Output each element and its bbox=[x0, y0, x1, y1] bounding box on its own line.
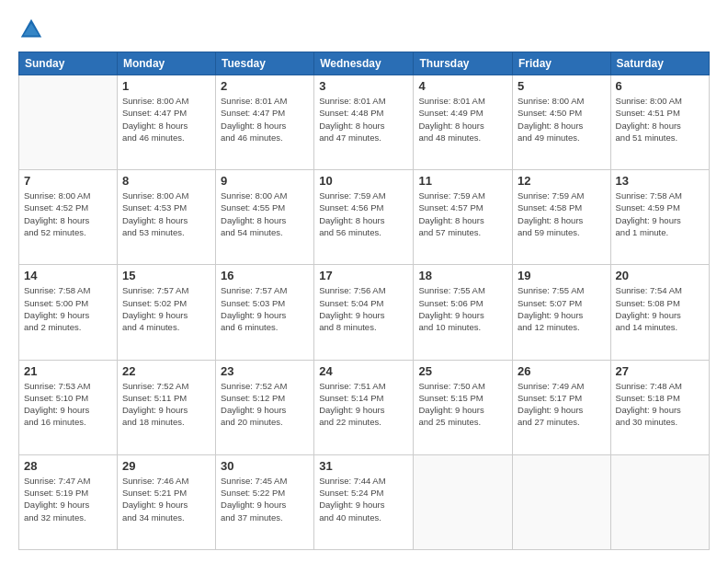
calendar-day-cell: 7Sunrise: 8:00 AMSunset: 4:52 PMDaylight… bbox=[19, 170, 118, 265]
weekday-header: Saturday bbox=[610, 52, 709, 75]
day-info: Sunrise: 7:52 AMSunset: 5:11 PMDaylight:… bbox=[122, 380, 210, 429]
calendar-day-cell: 2Sunrise: 8:01 AMSunset: 4:47 PMDaylight… bbox=[216, 75, 314, 170]
day-number: 7 bbox=[24, 174, 112, 188]
day-info: Sunrise: 8:01 AMSunset: 4:47 PMDaylight:… bbox=[221, 95, 309, 144]
day-info: Sunrise: 7:57 AMSunset: 5:03 PMDaylight:… bbox=[221, 284, 309, 333]
day-number: 10 bbox=[319, 174, 408, 188]
calendar-day-cell: 20Sunrise: 7:54 AMSunset: 5:08 PMDayligh… bbox=[610, 265, 709, 360]
calendar-day-cell: 4Sunrise: 8:01 AMSunset: 4:49 PMDaylight… bbox=[414, 75, 513, 170]
day-number: 23 bbox=[221, 364, 309, 378]
calendar-day-cell: 18Sunrise: 7:55 AMSunset: 5:06 PMDayligh… bbox=[414, 265, 513, 360]
calendar-day-cell: 30Sunrise: 7:45 AMSunset: 5:22 PMDayligh… bbox=[216, 454, 314, 549]
day-number: 28 bbox=[24, 459, 112, 473]
calendar-day-cell: 31Sunrise: 7:44 AMSunset: 5:24 PMDayligh… bbox=[314, 454, 414, 549]
calendar-day-cell: 26Sunrise: 7:49 AMSunset: 5:17 PMDayligh… bbox=[513, 360, 611, 454]
calendar-day-cell: 5Sunrise: 8:00 AMSunset: 4:50 PMDaylight… bbox=[513, 75, 611, 170]
day-number: 5 bbox=[518, 79, 606, 93]
weekday-header: Sunday bbox=[19, 52, 118, 75]
calendar-day-cell: 22Sunrise: 7:52 AMSunset: 5:11 PMDayligh… bbox=[117, 360, 215, 454]
day-number: 19 bbox=[518, 269, 606, 282]
day-number: 11 bbox=[418, 174, 507, 188]
weekday-header: Wednesday bbox=[314, 52, 414, 75]
calendar-day-cell: 25Sunrise: 7:50 AMSunset: 5:15 PMDayligh… bbox=[414, 360, 513, 454]
calendar-day-cell: 24Sunrise: 7:51 AMSunset: 5:14 PMDayligh… bbox=[314, 360, 414, 454]
day-number: 16 bbox=[221, 269, 309, 282]
calendar-day-cell: 11Sunrise: 7:59 AMSunset: 4:57 PMDayligh… bbox=[414, 170, 513, 265]
day-number: 25 bbox=[418, 364, 507, 378]
calendar-day-cell: 8Sunrise: 8:00 AMSunset: 4:53 PMDaylight… bbox=[117, 170, 215, 265]
calendar-day-cell: 3Sunrise: 8:01 AMSunset: 4:48 PMDaylight… bbox=[314, 75, 414, 170]
calendar-day-cell: 10Sunrise: 7:59 AMSunset: 4:56 PMDayligh… bbox=[314, 170, 414, 265]
day-info: Sunrise: 8:00 AMSunset: 4:50 PMDaylight:… bbox=[518, 95, 606, 144]
day-number: 17 bbox=[319, 269, 408, 282]
calendar-day-cell bbox=[414, 454, 513, 549]
day-number: 9 bbox=[221, 174, 309, 188]
calendar-day-cell: 9Sunrise: 8:00 AMSunset: 4:55 PMDaylight… bbox=[216, 170, 314, 265]
weekday-header: Friday bbox=[513, 52, 611, 75]
day-info: Sunrise: 8:01 AMSunset: 4:48 PMDaylight:… bbox=[319, 95, 408, 144]
day-number: 26 bbox=[518, 364, 606, 378]
day-info: Sunrise: 8:00 AMSunset: 4:55 PMDaylight:… bbox=[221, 190, 309, 238]
calendar-week-row: 28Sunrise: 7:47 AMSunset: 5:19 PMDayligh… bbox=[19, 454, 710, 549]
calendar-week-row: 1Sunrise: 8:00 AMSunset: 4:47 PMDaylight… bbox=[19, 75, 710, 170]
day-number: 30 bbox=[221, 459, 309, 473]
calendar-week-row: 14Sunrise: 7:58 AMSunset: 5:00 PMDayligh… bbox=[19, 265, 710, 360]
day-number: 3 bbox=[319, 79, 408, 93]
day-info: Sunrise: 7:49 AMSunset: 5:17 PMDaylight:… bbox=[518, 380, 606, 429]
day-number: 6 bbox=[616, 79, 704, 93]
day-info: Sunrise: 7:46 AMSunset: 5:21 PMDaylight:… bbox=[122, 475, 210, 523]
day-number: 2 bbox=[221, 79, 309, 93]
day-number: 27 bbox=[616, 364, 704, 378]
calendar-day-cell: 12Sunrise: 7:59 AMSunset: 4:58 PMDayligh… bbox=[513, 170, 611, 265]
calendar-day-cell: 16Sunrise: 7:57 AMSunset: 5:03 PMDayligh… bbox=[216, 265, 314, 360]
day-info: Sunrise: 7:53 AMSunset: 5:10 PMDaylight:… bbox=[24, 380, 112, 429]
day-number: 12 bbox=[518, 174, 606, 188]
day-number: 15 bbox=[122, 269, 210, 282]
day-info: Sunrise: 7:51 AMSunset: 5:14 PMDaylight:… bbox=[319, 380, 408, 429]
day-info: Sunrise: 7:55 AMSunset: 5:07 PMDaylight:… bbox=[518, 284, 606, 333]
day-number: 22 bbox=[122, 364, 210, 378]
day-number: 4 bbox=[418, 79, 507, 93]
calendar-week-row: 7Sunrise: 8:00 AMSunset: 4:52 PMDaylight… bbox=[19, 170, 710, 265]
calendar-day-cell bbox=[513, 454, 611, 549]
calendar-body: 1Sunrise: 8:00 AMSunset: 4:47 PMDaylight… bbox=[19, 75, 710, 550]
day-info: Sunrise: 7:59 AMSunset: 4:57 PMDaylight:… bbox=[418, 190, 507, 238]
logo bbox=[18, 17, 46, 42]
day-info: Sunrise: 7:47 AMSunset: 5:19 PMDaylight:… bbox=[24, 475, 112, 523]
calendar-day-cell: 29Sunrise: 7:46 AMSunset: 5:21 PMDayligh… bbox=[117, 454, 215, 549]
weekday-header: Monday bbox=[117, 52, 215, 75]
weekday-header: Thursday bbox=[414, 52, 513, 75]
day-info: Sunrise: 7:56 AMSunset: 5:04 PMDaylight:… bbox=[319, 284, 408, 333]
day-info: Sunrise: 8:00 AMSunset: 4:47 PMDaylight:… bbox=[122, 95, 210, 144]
day-number: 31 bbox=[319, 459, 408, 473]
day-number: 13 bbox=[616, 174, 704, 188]
calendar-day-cell: 1Sunrise: 8:00 AMSunset: 4:47 PMDaylight… bbox=[117, 75, 215, 170]
weekday-header: Tuesday bbox=[216, 52, 314, 75]
calendar-day-cell: 17Sunrise: 7:56 AMSunset: 5:04 PMDayligh… bbox=[314, 265, 414, 360]
weekday-row: SundayMondayTuesdayWednesdayThursdayFrid… bbox=[19, 52, 710, 75]
day-number: 18 bbox=[418, 269, 507, 282]
day-number: 29 bbox=[122, 459, 210, 473]
day-info: Sunrise: 7:59 AMSunset: 4:58 PMDaylight:… bbox=[518, 190, 606, 238]
calendar-day-cell: 14Sunrise: 7:58 AMSunset: 5:00 PMDayligh… bbox=[19, 265, 118, 360]
calendar-day-cell bbox=[610, 454, 709, 549]
day-number: 20 bbox=[616, 269, 704, 282]
day-info: Sunrise: 8:00 AMSunset: 4:51 PMDaylight:… bbox=[616, 95, 704, 144]
day-number: 1 bbox=[122, 79, 210, 93]
day-info: Sunrise: 7:57 AMSunset: 5:02 PMDaylight:… bbox=[122, 284, 210, 333]
calendar-table: SundayMondayTuesdayWednesdayThursdayFrid… bbox=[18, 52, 710, 550]
day-info: Sunrise: 7:55 AMSunset: 5:06 PMDaylight:… bbox=[418, 284, 507, 333]
day-info: Sunrise: 7:44 AMSunset: 5:24 PMDaylight:… bbox=[319, 475, 408, 523]
calendar-day-cell: 21Sunrise: 7:53 AMSunset: 5:10 PMDayligh… bbox=[19, 360, 118, 454]
calendar-day-cell: 15Sunrise: 7:57 AMSunset: 5:02 PMDayligh… bbox=[117, 265, 215, 360]
calendar-day-cell: 27Sunrise: 7:48 AMSunset: 5:18 PMDayligh… bbox=[610, 360, 709, 454]
calendar-header: SundayMondayTuesdayWednesdayThursdayFrid… bbox=[19, 52, 710, 75]
header bbox=[18, 17, 710, 42]
day-info: Sunrise: 7:48 AMSunset: 5:18 PMDaylight:… bbox=[616, 380, 704, 429]
day-info: Sunrise: 7:50 AMSunset: 5:15 PMDaylight:… bbox=[418, 380, 507, 429]
day-info: Sunrise: 8:01 AMSunset: 4:49 PMDaylight:… bbox=[418, 95, 507, 144]
calendar-day-cell: 13Sunrise: 7:58 AMSunset: 4:59 PMDayligh… bbox=[610, 170, 709, 265]
logo-icon bbox=[18, 17, 44, 42]
day-info: Sunrise: 7:58 AMSunset: 5:00 PMDaylight:… bbox=[24, 284, 112, 333]
calendar-day-cell: 19Sunrise: 7:55 AMSunset: 5:07 PMDayligh… bbox=[513, 265, 611, 360]
